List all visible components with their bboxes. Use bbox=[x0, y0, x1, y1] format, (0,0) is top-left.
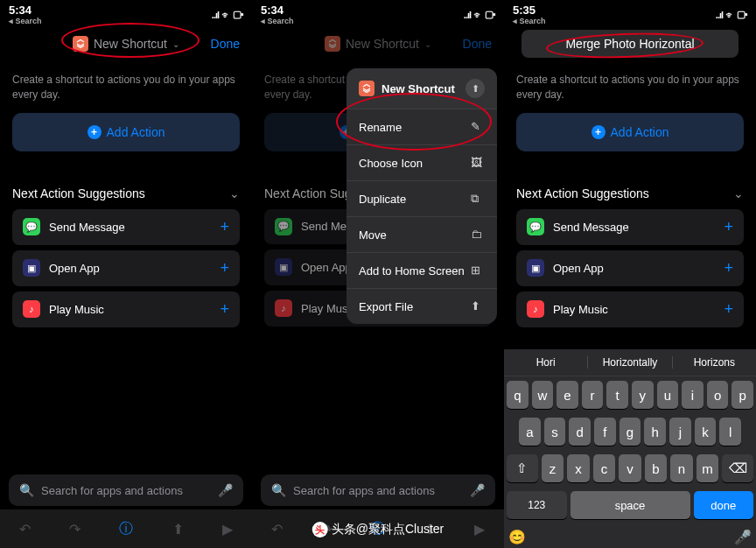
status-bar: 5:34 ◂ Search ..ıl ᯤ ▢▪ bbox=[252, 0, 504, 25]
done-button[interactable]: Done bbox=[211, 37, 240, 51]
add-suggestion-icon[interactable]: + bbox=[220, 218, 229, 236]
key-shift[interactable]: ⇧ bbox=[507, 454, 538, 482]
watermark-text: 头条@聚科点Cluster bbox=[332, 522, 444, 537]
key-f[interactable]: f bbox=[594, 418, 616, 446]
undo-icon[interactable]: ↶ bbox=[271, 521, 283, 537]
add-action-button[interactable]: + Add Action bbox=[12, 113, 240, 151]
shortcut-title-button[interactable]: New Shortcut ⌄ bbox=[325, 36, 431, 52]
section-label: Next Action Suggestions bbox=[516, 186, 649, 200]
key-m[interactable]: m bbox=[696, 454, 719, 482]
plus-circle-icon: + bbox=[88, 125, 102, 139]
menu-add-home[interactable]: Add to Home Screen⊞ bbox=[346, 252, 497, 288]
key-backspace[interactable]: ⌫ bbox=[722, 454, 753, 482]
status-back-label[interactable]: ◂ Search bbox=[513, 17, 546, 25]
emoji-icon[interactable]: 😊 bbox=[507, 529, 528, 545]
key-b[interactable]: b bbox=[645, 454, 668, 482]
key-s[interactable]: s bbox=[544, 418, 566, 446]
search-icon: 🔍 bbox=[19, 483, 34, 497]
key-q[interactable]: q bbox=[507, 381, 528, 409]
add-suggestion-icon[interactable]: + bbox=[220, 300, 229, 319]
search-bar[interactable]: 🔍 Search for apps and actions 🎤 bbox=[9, 474, 243, 506]
key-i[interactable]: i bbox=[682, 381, 704, 409]
key-y[interactable]: y bbox=[632, 381, 654, 409]
menu-duplicate[interactable]: Duplicate⧉ bbox=[346, 180, 497, 216]
shortcut-title-text: New Shortcut bbox=[346, 37, 419, 51]
key-w[interactable]: w bbox=[532, 381, 554, 409]
key-z[interactable]: z bbox=[542, 454, 564, 482]
add-action-button[interactable]: + Add Action bbox=[516, 113, 744, 151]
menu-export[interactable]: Export File⬆ bbox=[346, 288, 497, 324]
section-title[interactable]: Next Action Suggestions ⌄ bbox=[0, 151, 252, 209]
key-c[interactable]: c bbox=[593, 454, 616, 482]
suggestion-send-message[interactable]: 💬Send Message + bbox=[12, 209, 240, 245]
key-v[interactable]: v bbox=[619, 454, 641, 482]
info-icon[interactable]: ⓘ bbox=[119, 520, 133, 538]
menu-label: Move bbox=[359, 228, 387, 242]
status-back-label[interactable]: ◂ Search bbox=[9, 17, 42, 25]
suggestion-send-message[interactable]: 💬Send Message + bbox=[516, 209, 744, 245]
key-j[interactable]: j bbox=[669, 418, 691, 446]
status-bar: 5:34 ◂ Search ..ıl ᯤ ▢▪ bbox=[0, 0, 252, 25]
section-title[interactable]: Next Action Suggestions ⌄ bbox=[504, 151, 756, 209]
menu-rename[interactable]: Rename✎ bbox=[346, 109, 497, 144]
undo-icon[interactable]: ↶ bbox=[19, 521, 31, 537]
shortcut-name-input[interactable] bbox=[522, 30, 738, 58]
suggestion-label: Send Message bbox=[49, 221, 125, 234]
key-123[interactable]: 123 bbox=[507, 491, 567, 519]
suggestion-play-music[interactable]: ♪Play Music + bbox=[12, 292, 240, 327]
search-bar[interactable]: 🔍 Search for apps and actions 🎤 bbox=[261, 474, 495, 506]
shortcut-title-button[interactable]: New Shortcut ⌄ bbox=[73, 36, 179, 52]
done-button[interactable]: Done bbox=[463, 37, 492, 51]
status-back-label[interactable]: ◂ Search bbox=[261, 17, 294, 25]
suggestion-open-app[interactable]: ▣Open App + bbox=[516, 250, 744, 286]
wifi-icon: ᯤ bbox=[473, 10, 482, 20]
open-app-icon: ▣ bbox=[275, 258, 292, 276]
suggestion-open-app[interactable]: ▣Open App + bbox=[12, 250, 240, 286]
key-l[interactable]: l bbox=[719, 418, 741, 446]
share-button[interactable]: ⬆ bbox=[466, 79, 485, 98]
key-space[interactable]: space bbox=[570, 491, 690, 519]
signal-icon: ..ıl bbox=[212, 10, 219, 20]
suggestion-play-music[interactable]: ♪Play Music + bbox=[516, 292, 744, 327]
key-g[interactable]: g bbox=[620, 418, 641, 446]
key-o[interactable]: o bbox=[707, 381, 729, 409]
add-suggestion-icon[interactable]: + bbox=[220, 259, 229, 278]
kb-suggest-2[interactable]: Horizontally bbox=[588, 356, 672, 369]
menu-move[interactable]: Move🗀 bbox=[346, 216, 497, 252]
key-done[interactable]: done bbox=[694, 491, 754, 519]
play-icon[interactable]: ▶ bbox=[474, 521, 485, 537]
key-d[interactable]: d bbox=[569, 418, 591, 446]
keyboard-suggestions: Hori Horizontally Horizons bbox=[504, 349, 756, 376]
redo-icon[interactable]: ↷ bbox=[69, 521, 80, 537]
key-t[interactable]: t bbox=[606, 381, 628, 409]
kb-suggest-3[interactable]: Horizons bbox=[673, 356, 756, 369]
status-time: 5:34 bbox=[9, 4, 32, 17]
add-suggestion-icon[interactable]: + bbox=[724, 259, 733, 278]
menu-label: Export File bbox=[359, 300, 413, 313]
key-h[interactable]: h bbox=[644, 418, 666, 446]
key-u[interactable]: u bbox=[657, 381, 679, 409]
key-a[interactable]: a bbox=[519, 418, 541, 446]
messages-icon: 💬 bbox=[275, 218, 292, 235]
play-icon[interactable]: ▶ bbox=[222, 521, 233, 537]
mic-icon[interactable]: 🎤 bbox=[732, 529, 753, 545]
mic-icon[interactable]: 🎤 bbox=[218, 483, 233, 497]
mic-icon[interactable]: 🎤 bbox=[470, 483, 485, 497]
signal-icon: ..ıl bbox=[464, 10, 471, 20]
add-action-label: Add Action bbox=[107, 125, 165, 139]
image-icon: 🖼 bbox=[471, 156, 485, 170]
key-n[interactable]: n bbox=[670, 454, 693, 482]
key-x[interactable]: x bbox=[567, 454, 590, 482]
key-r[interactable]: r bbox=[582, 381, 604, 409]
copy-icon: ⧉ bbox=[471, 192, 485, 206]
kb-row-1: q w e r t y u i o p bbox=[504, 376, 756, 413]
key-e[interactable]: e bbox=[556, 381, 578, 409]
add-suggestion-icon[interactable]: + bbox=[724, 300, 733, 319]
menu-choose-icon[interactable]: Choose Icon🖼 bbox=[346, 144, 497, 180]
add-suggestion-icon[interactable]: + bbox=[724, 218, 733, 236]
share-icon[interactable]: ⬆ bbox=[172, 521, 184, 537]
music-icon: ♪ bbox=[23, 300, 40, 318]
key-p[interactable]: p bbox=[732, 381, 753, 409]
kb-suggest-1[interactable]: Hori bbox=[504, 356, 588, 369]
key-k[interactable]: k bbox=[695, 418, 717, 446]
